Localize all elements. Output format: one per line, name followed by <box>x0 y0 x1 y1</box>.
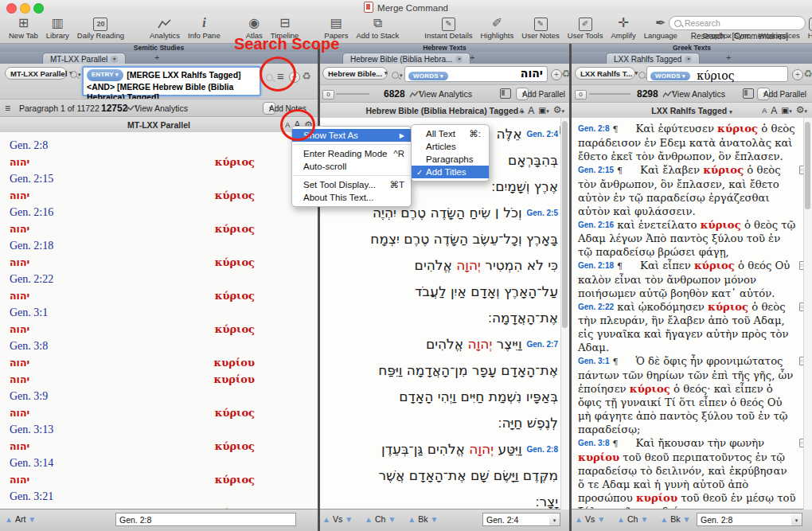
goto-dropdown-button[interactable]: ▾ <box>791 513 802 526</box>
context-slider[interactable] <box>589 93 630 95</box>
hebrew-line[interactable]: Gen. 2:7וַיִּיצֶר יְהוָה אֱלֹהִים <box>325 331 558 357</box>
add-search-row-button[interactable]: + <box>551 69 562 80</box>
nav-up-vs-button[interactable]: ▲ <box>575 515 583 524</box>
right-book-select[interactable]: LXX Rahlfs T...▾ <box>575 67 635 80</box>
increase-font-button[interactable]: A <box>771 103 777 119</box>
parallel-hit-row[interactable]: יהוהκύριος <box>0 221 318 237</box>
toolbar-analytics-button[interactable]: Analytics <box>146 15 184 40</box>
add-search-row-button[interactable]: + <box>792 69 803 80</box>
greek-hit[interactable]: κυρίου <box>214 354 255 371</box>
toolbar-add-to-stack-button[interactable]: ⧉Add to Stack <box>352 15 403 40</box>
hebrew-line[interactable]: עַל־הָאָרֶץ וְאָדָם אַיִן לַעֲבֹד <box>325 279 558 305</box>
tab-mt-lxx-parallel[interactable]: MT-LXX Parallel▾ <box>42 53 126 64</box>
toolbar-daily-reading-button[interactable]: 20Daily Reading <box>73 15 128 40</box>
verse-ref[interactable]: Gen. 3:1 <box>578 357 609 365</box>
verse-ref[interactable]: Gen. 3:9 <box>0 388 318 404</box>
greek-hit[interactable]: κύριος <box>215 438 255 455</box>
entry-mode-pill[interactable]: ENTRY ▾ <box>87 69 123 81</box>
hebrew-line[interactable]: מִקֶּדֶם וַיָּשֶׂם שָׁם אֶת־הָאָדָם אֲשֶ… <box>325 463 558 489</box>
hebrew-hit[interactable]: יהוה <box>10 438 29 455</box>
parallel-hit-row[interactable]: יהוהκύριος <box>0 154 318 170</box>
greek-hit[interactable]: κύριος <box>215 187 255 204</box>
nav-down-art-button[interactable]: ▼ <box>28 515 36 524</box>
submenu-item-add-titles[interactable]: ✓Add Titles <box>412 166 489 178</box>
nav-up-art-button[interactable]: ▲ <box>5 515 13 524</box>
nav-up-ch-button[interactable]: ▲ <box>365 515 373 524</box>
words-mode-pill[interactable]: WORDS ▾ <box>650 72 690 80</box>
greek-hit[interactable]: κυρίου <box>214 371 255 388</box>
verse-ref[interactable]: Gen. 2:18 <box>578 261 614 270</box>
new-tab-plus-button[interactable]: + <box>150 52 164 64</box>
verse-ref[interactable]: Gen. 3:8 <box>0 338 318 354</box>
add-notes-button[interactable]: Add Notes▾ <box>263 102 275 115</box>
middle-goto-field[interactable] <box>482 513 550 526</box>
toolbar-info-pane-button[interactable]: iInfo Pane <box>184 15 224 40</box>
verse-ref[interactable]: Gen. 3:8 <box>578 439 609 447</box>
parallel-hit-row[interactable]: יהוהκυρίου <box>0 371 318 388</box>
verse-ref[interactable]: Gen. 2:16 <box>0 204 318 221</box>
verse-ref[interactable]: Gen. 2:16 <box>578 221 614 229</box>
parallel-hit-row[interactable]: יהוהκύριος <box>0 404 318 421</box>
nav-down-bk-button[interactable]: ▼ <box>683 515 691 524</box>
tab-dropdown-icon[interactable]: ▾ <box>685 56 692 63</box>
greek-hit[interactable]: κύριος <box>215 321 255 338</box>
greek-hit[interactable]: κύριος <box>215 221 255 237</box>
add-parallel-button[interactable]: Add Parallel▾ <box>757 88 770 100</box>
amplify-icon[interactable]: ♻ <box>803 68 812 80</box>
toolbar-instant-details-button[interactable]: ✎Instant Details <box>420 15 476 40</box>
tab-dropdown-icon[interactable]: ▾ <box>111 56 118 63</box>
nav-up-ch-button[interactable]: ▲ <box>617 515 625 524</box>
toolbar-new-tab-button[interactable]: ⊞New Tab <box>5 15 42 40</box>
middle-book-select[interactable]: Hebrew Bible...▾ <box>322 67 388 80</box>
submenu-item-all-text[interactable]: All Text⌘: <box>412 127 489 140</box>
verse-ref[interactable]: Gen. 2:22 <box>0 271 318 287</box>
toolbar-user-notes-button[interactable]: ✎User Notes <box>517 15 564 40</box>
hebrew-hit[interactable]: יהוה <box>10 471 29 488</box>
greek-verse[interactable]: Gen. 2:16 καὶ ἐνετείλατο κύριος ὁ θεὸς τ… <box>578 218 796 259</box>
middle-search-menu-button[interactable]: ▾ <box>392 72 403 79</box>
new-tab-plus-button[interactable]: + <box>465 52 479 64</box>
pane-divider[interactable] <box>318 44 320 531</box>
parallel-hit-row[interactable]: יהוהκύριος <box>0 187 318 204</box>
menu-item-enter-reading-mode[interactable]: Enter Reading Mode^R <box>292 147 411 160</box>
toolbar-highlights-button[interactable]: ✐Highlights <box>477 15 518 40</box>
verse-ref[interactable]: Gen. 2:4 <box>527 121 558 147</box>
greek-verse[interactable]: Gen. 2:8¶Καὶ ἐφύτευσεν κύριος ὁ θεὸς παρ… <box>578 122 796 163</box>
gear-icon[interactable]: ⚙▾ <box>553 102 564 119</box>
hebrew-line[interactable]: אֶת־הָאָדָם עָפָר מִן־הָאֲדָמָה וַיִּפַּ… <box>325 357 558 384</box>
verse-ref[interactable]: Gen. 2:7 <box>527 331 558 357</box>
increase-font-button[interactable]: A <box>528 103 534 119</box>
paragraph-list-icon[interactable]: ≡ <box>5 103 10 114</box>
right-pane-title[interactable]: LXX Rahlfs Tagged <box>651 106 727 115</box>
pane-view-icon[interactable]: ▣▾ <box>538 102 548 119</box>
hebrew-line[interactable]: אֶת־הָאֲדָמָה׃ <box>325 305 558 331</box>
greek-hit[interactable]: κύριος <box>215 404 255 421</box>
decrease-font-button[interactable]: A <box>519 103 524 119</box>
left-goto-field[interactable] <box>115 513 296 526</box>
nav-down-vs-button[interactable]: ▼ <box>597 515 605 524</box>
greek-hit[interactable]: κύριος <box>215 254 255 271</box>
toolbar-library-button[interactable]: ▥Library <box>42 15 73 40</box>
greek-verse[interactable]: Gen. 2:15¶Καὶ ἔλαβεν κύριος ὁ θεὸς τὸν ἄ… <box>578 163 796 218</box>
nav-up-bk-button[interactable]: ▲ <box>408 515 416 524</box>
greek-verse[interactable]: Gen. 2:18¶Καὶ εἶπεν κύριος ὁ θεός Οὐ καλ… <box>578 259 796 300</box>
amplify-icon[interactable]: ♻ <box>302 70 311 82</box>
verse-ref[interactable]: Gen. 3:21 <box>0 488 318 505</box>
tab-dropdown-icon[interactable]: ▾ <box>455 56 463 63</box>
verse-ref[interactable]: Gen. 3:1 <box>0 304 318 321</box>
middle-search-entry[interactable]: WORDS ▾ יהוה <box>404 66 548 82</box>
hebrew-hit[interactable]: יהוה <box>10 187 29 204</box>
pane-display-icon[interactable] <box>743 88 754 99</box>
nav-down-ch-button[interactable]: ▼ <box>388 515 396 524</box>
verse-ref[interactable]: Gen. 2:5 <box>527 200 558 226</box>
parallel-hit-row[interactable]: יהוהκύριος <box>0 438 318 455</box>
nav-up-bk-button[interactable]: ▲ <box>660 515 668 524</box>
pane-display-icon[interactable] <box>500 88 511 99</box>
nav-down-bk-button[interactable]: ▼ <box>431 515 439 524</box>
verse-ref[interactable]: Gen. 2:8 <box>0 137 318 154</box>
verse-ref[interactable]: Gen. 2:8 <box>527 436 558 463</box>
gear-icon[interactable]: ⚙▾ <box>796 102 807 119</box>
toolbar-user-tools-button[interactable]: ✐User Tools <box>564 15 607 40</box>
parallel-hit-row[interactable]: יהוהκύριος <box>0 471 318 488</box>
context-slider-value[interactable]: 0 <box>322 90 334 100</box>
